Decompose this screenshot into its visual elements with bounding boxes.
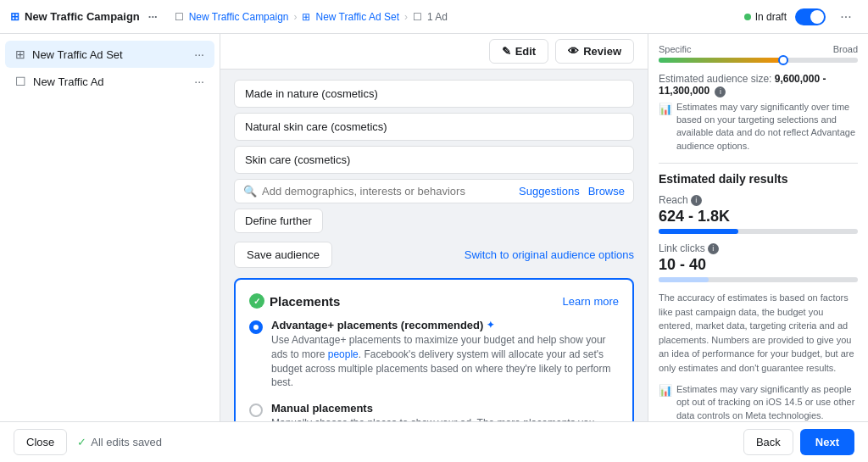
placements-header: ✓ Placements Learn more (249, 293, 619, 309)
tag-item-2: Skin care (cosmetics) (234, 146, 634, 174)
reach-label: Reach i (659, 194, 858, 206)
save-audience-button[interactable]: Save audience (234, 242, 332, 268)
advantage-radio-button[interactable] (249, 320, 263, 334)
learn-more-link[interactable]: Learn more (563, 295, 619, 308)
adset-more-icon[interactable]: ··· (194, 47, 204, 61)
breadcrumb-adset[interactable]: New Traffic Ad Set (315, 11, 399, 23)
more-icon[interactable]: ··· (148, 10, 158, 23)
reach-value: 624 - 1.8K (659, 208, 858, 225)
info-icon-clicks: i (708, 243, 719, 254)
ad-more-icon[interactable]: ··· (194, 75, 204, 88)
search-links: Suggestions Browse (519, 185, 625, 198)
placements-title: ✓ Placements (249, 293, 340, 309)
advantage-plus-icon: ✦ (487, 320, 494, 331)
interests-search-bar[interactable]: 🔍 Suggestions Browse (234, 179, 634, 203)
manual-radio-button[interactable] (249, 404, 263, 417)
ios-note-text: Estimates may vary significantly as peop… (676, 383, 858, 421)
close-button[interactable]: Close (14, 429, 67, 455)
adset-label: New Traffic Ad Set (32, 48, 187, 61)
sidebar-item-adset[interactable]: ⊞ New Traffic Ad Set ··· (5, 41, 214, 68)
center-panel: ✎ Edit 👁 Review Made in nature (cosmetic… (220, 34, 648, 421)
search-icon: 🔍 (243, 185, 257, 198)
save-audience-row: Save audience Switch to original audienc… (234, 242, 634, 268)
toggle-button[interactable] (795, 8, 826, 25)
info-icon-reach: i (691, 195, 702, 206)
tag-item-1: Natural skin care (cosmetics) (234, 113, 634, 141)
dial-labels: Specific Broad (659, 44, 858, 54)
breadcrumb-ad: 1 Ad (427, 11, 448, 23)
breadcrumb-campaign[interactable]: New Traffic Campaign (189, 11, 289, 23)
breadcrumb-adset-icon: ⊞ (302, 11, 310, 23)
manual-label: Manual placements (271, 402, 619, 415)
reach-bar (659, 229, 858, 234)
accuracy-note: The accuracy of estimates is based on fa… (659, 291, 858, 375)
section-divider (659, 163, 858, 164)
manual-placement-option[interactable]: Manual placements Manually choose the pl… (249, 402, 619, 421)
specific-label: Specific (659, 44, 692, 54)
dial-indicator (778, 55, 788, 65)
nav-more-button[interactable]: ··· (834, 5, 858, 29)
ios-note: 📊 Estimates may vary significantly as pe… (659, 383, 858, 421)
dial-track (659, 58, 858, 63)
app-title: New Traffic Campaign (25, 10, 140, 23)
switch-to-original-link[interactable]: Switch to original audience options (465, 248, 634, 261)
audience-dial: Specific Broad (659, 44, 858, 63)
estimate-note-text: Estimates may vary significantly over ti… (676, 101, 858, 153)
placements-check-icon: ✓ (249, 293, 264, 309)
saved-label: All edits saved (91, 436, 162, 448)
app-title-area: ⊞ New Traffic Campaign ··· (10, 10, 158, 23)
browse-link[interactable]: Browse (588, 185, 625, 198)
bottom-bar: Close ✓ All edits saved Back Next (0, 421, 868, 462)
nav-buttons: Back Next (743, 429, 854, 455)
status-dot (744, 14, 751, 20)
next-button[interactable]: Next (800, 429, 854, 455)
link-clicks-bar (659, 277, 858, 282)
edit-pencil-icon: ✎ (502, 45, 511, 58)
edit-label: Edit (515, 45, 537, 58)
link-clicks-value: 10 - 40 (659, 256, 858, 274)
tag-item-0: Made in nature (cosmetics) (234, 80, 634, 108)
status-badge: In draft (744, 11, 787, 23)
advantage-placement-content: Advantage+ placements (recommended) ✦ Us… (271, 319, 619, 390)
back-button[interactable]: Back (743, 429, 793, 455)
estimate-icon: 📊 (659, 102, 672, 153)
main-layout: ⊞ New Traffic Ad Set ··· ☐ New Traffic A… (0, 34, 868, 421)
saved-message: ✓ All edits saved (77, 436, 162, 448)
grid-icon: ⊞ (10, 10, 19, 23)
status-label: In draft (755, 11, 787, 23)
form-scroll: Made in nature (cosmetics) Natural skin … (220, 70, 648, 421)
advantage-desc: Use Advantage+ placements to maximize yo… (271, 333, 619, 390)
advantage-placement-option[interactable]: Advantage+ placements (recommended) ✦ Us… (249, 319, 619, 390)
estimate-note: 📊 Estimates may vary significantly over … (659, 101, 858, 153)
audience-size-label: Estimated audience size: (659, 73, 771, 85)
ios-icon: 📊 (659, 383, 672, 421)
adset-icon: ⊞ (15, 47, 25, 61)
radio-inner (253, 325, 259, 330)
saved-check-icon: ✓ (77, 436, 86, 448)
edit-button[interactable]: ✎ Edit (489, 39, 549, 64)
review-button[interactable]: 👁 Review (555, 39, 634, 64)
ad-icon: ☐ (15, 75, 26, 88)
breadcrumb-sep1: › (293, 11, 297, 23)
breadcrumb: ☐ New Traffic Campaign › ⊞ New Traffic A… (175, 11, 448, 23)
placements-card: ✓ Placements Learn more Advantage+ place… (234, 278, 634, 421)
ad-label: New Traffic Ad (33, 75, 187, 88)
breadcrumb-sep2: › (404, 11, 408, 23)
content-area: ✎ Edit 👁 Review Made in nature (cosmetic… (220, 34, 868, 421)
top-nav-right: In draft ··· (744, 5, 858, 29)
sidebar-item-ad[interactable]: ☐ New Traffic Ad ··· (5, 68, 214, 95)
breadcrumb-ad-icon: ☐ (413, 11, 422, 23)
audience-size: Estimated audience size: 9,600,000 - 11,… (659, 73, 858, 97)
define-further-button[interactable]: Define further (234, 209, 323, 233)
top-nav: ⊞ New Traffic Campaign ··· ☐ New Traffic… (0, 0, 868, 34)
people-link[interactable]: people (328, 348, 359, 360)
breadcrumb-icon: ☐ (175, 11, 184, 23)
suggestions-link[interactable]: Suggestions (519, 185, 580, 198)
manual-placement-content: Manual placements Manually choose the pl… (271, 402, 619, 421)
review-eye-icon: 👁 (568, 45, 579, 58)
reach-bar-fill (659, 229, 738, 234)
sidebar: ⊞ New Traffic Ad Set ··· ☐ New Traffic A… (0, 34, 220, 421)
interests-search-input[interactable] (262, 185, 514, 198)
placements-title-label: Placements (270, 294, 340, 309)
review-label: Review (583, 45, 621, 58)
